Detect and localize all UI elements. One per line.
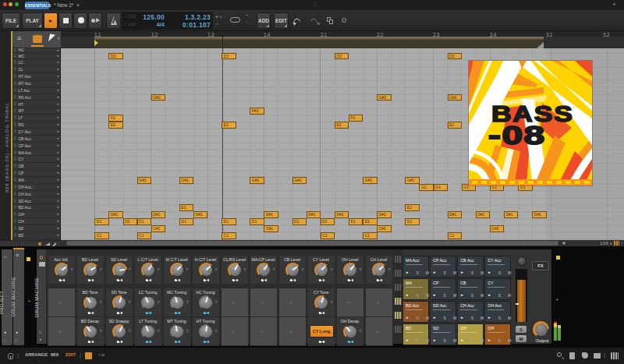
svg-text:-08: -08 xyxy=(488,121,546,150)
